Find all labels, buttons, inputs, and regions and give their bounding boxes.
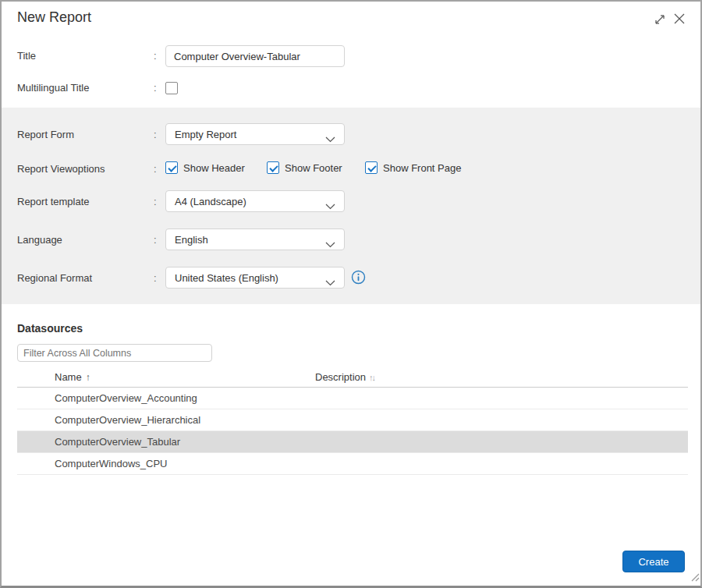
expand-icon[interactable] — [651, 11, 668, 28]
multilingual-title-checkbox[interactable] — [165, 82, 178, 94]
show-footer-checkbox[interactable] — [267, 161, 279, 174]
language-select[interactable]: English — [165, 228, 345, 250]
sort-both-icon: ↑↓ — [369, 373, 374, 382]
show-header-label: Show Header — [183, 162, 245, 174]
multilingual-colon: : — [154, 82, 157, 94]
show-footer-option[interactable]: Show Footer — [267, 161, 365, 174]
table-row[interactable]: ComputerOverview_Accounting — [17, 388, 688, 409]
chevron-down-icon — [325, 237, 335, 251]
show-footer-label: Show Footer — [285, 162, 342, 174]
datasource-name: ComputerWindows_CPU — [17, 458, 315, 469]
chevron-down-icon — [325, 199, 335, 213]
close-icon[interactable] — [671, 10, 688, 27]
sort-ascending-icon: ↑ — [86, 372, 90, 383]
regional-format-colon: : — [154, 272, 157, 284]
datasource-table: Name↑ Description↑↓ ComputerOverview_Acc… — [17, 367, 688, 475]
title-colon: : — [154, 50, 157, 62]
resize-grip-icon[interactable] — [690, 571, 700, 585]
report-template-colon: : — [154, 196, 157, 207]
column-header-description[interactable]: Description↑↓ — [315, 371, 374, 383]
show-header-option[interactable]: Show Header — [165, 161, 267, 174]
show-front-page-label: Show Front Page — [383, 162, 461, 174]
datasource-table-header: Name↑ Description↑↓ — [17, 367, 688, 388]
title-input[interactable] — [165, 45, 345, 67]
title-label: Title — [17, 50, 36, 62]
datasource-filter-input[interactable] — [17, 344, 212, 362]
regional-format-select[interactable]: United States (English) — [165, 267, 345, 289]
table-row[interactable]: ComputerWindows_CPU — [17, 453, 688, 475]
table-row[interactable]: ComputerOverview_Hierarchical — [17, 409, 688, 431]
chevron-down-icon — [325, 275, 335, 289]
report-form-select[interactable]: Empty Report — [165, 123, 345, 145]
report-viewoptions-label: Report Viewoptions — [17, 163, 105, 175]
create-button[interactable]: Create — [622, 551, 685, 572]
language-label: Language — [17, 234, 62, 246]
datasource-name: ComputerOverview_Hierarchical — [17, 414, 315, 426]
show-front-page-option[interactable]: Show Front Page — [365, 161, 461, 174]
page-title: New Report — [17, 9, 91, 26]
regional-format-label: Regional Format — [17, 272, 92, 284]
table-row[interactable]: ComputerOverview_Tabular — [17, 431, 688, 453]
multilingual-title-label: Multilingual Title — [17, 82, 90, 94]
datasource-name: ComputerOverview_Tabular — [17, 436, 315, 448]
regional-format-value: United States (English) — [166, 272, 278, 284]
datasource-table-body: ComputerOverview_AccountingComputerOverv… — [17, 388, 688, 475]
datasource-name: ComputerOverview_Accounting — [17, 392, 315, 404]
language-colon: : — [154, 234, 157, 246]
column-header-name[interactable]: Name↑ — [17, 371, 315, 383]
new-report-dialog: New Report Title : Multilingual Title : … — [0, 0, 702, 588]
report-form-value: Empty Report — [166, 129, 236, 140]
show-header-checkbox[interactable] — [165, 161, 178, 174]
show-front-page-checkbox[interactable] — [365, 161, 378, 174]
report-viewoptions-colon: : — [154, 163, 157, 175]
language-value: English — [166, 234, 208, 246]
report-template-label: Report template — [17, 196, 90, 207]
chevron-down-icon — [325, 132, 335, 146]
info-icon[interactable] — [351, 270, 366, 288]
report-template-select[interactable]: A4 (Landscape) — [165, 190, 345, 212]
report-template-value: A4 (Landscape) — [166, 196, 246, 207]
report-form-colon: : — [154, 129, 157, 140]
report-form-label: Report Form — [17, 129, 74, 140]
datasources-heading: Datasources — [17, 322, 83, 335]
